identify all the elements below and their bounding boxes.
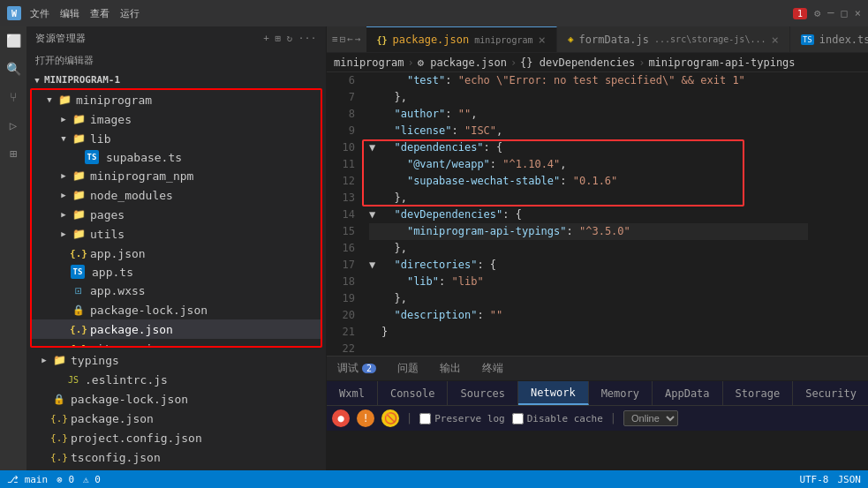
- tab-index-ts[interactable]: TS index.ts ...\index ×: [790, 26, 868, 52]
- tree-item-eslint[interactable]: ▶ JS .eslintrc.js: [26, 370, 326, 389]
- activity-explorer[interactable]: ⬜: [3, 30, 24, 51]
- panel-tab-debug[interactable]: 调试 2: [327, 357, 387, 380]
- project-root[interactable]: ▼ MINIPROGRAM-1: [26, 72, 326, 87]
- preserve-log-group: Preserve log: [419, 413, 504, 424]
- toolbar-sep: |: [406, 412, 412, 424]
- tree-item-sitemap[interactable]: ▶ {.} sitemap.json: [32, 339, 321, 348]
- node-modules-label: node_modules: [90, 189, 173, 202]
- tree-item-tsconfig[interactable]: ▶ {.} tsconfig.json: [26, 447, 326, 467]
- tab-nav-next[interactable]: →: [355, 34, 361, 45]
- tree-item-app-ts[interactable]: ▶ TS app.ts: [32, 263, 321, 281]
- eslint-label: .eslintrc.js: [85, 373, 168, 387]
- open-editors-section[interactable]: 打开的编辑器: [26, 50, 326, 71]
- code-content[interactable]: "test": "echo \"Error: no test specified…: [362, 72, 815, 356]
- status-bar: ⎇ main ⊗ 0 ⚠ 0 UTF-8 JSON: [0, 470, 868, 488]
- tree-item-app-json[interactable]: ▶ {.} app.json: [32, 244, 321, 263]
- code-line-11: "@vant/weapp": "^1.10.4",: [369, 156, 808, 173]
- formdata-tab-close[interactable]: ×: [771, 33, 778, 47]
- code-line-18: "lib": "lib": [369, 274, 808, 290]
- tree-item-pkg2[interactable]: ▶ {.} package.json: [26, 409, 326, 428]
- tree-item-supabase[interactable]: ▶ TS supabase.ts: [32, 148, 321, 166]
- git-branch[interactable]: ⎇ main: [7, 474, 48, 485]
- devtools-tab-appdata[interactable]: AppData: [653, 381, 723, 405]
- errors-value: 0: [68, 474, 74, 485]
- devtools-tab-memory[interactable]: Memory: [589, 381, 653, 405]
- breadcrumb-dev-deps[interactable]: {} devDependencies: [520, 56, 635, 69]
- tree-item-typings[interactable]: ▶ 📁 typings: [26, 350, 326, 370]
- tree-item-app-wxss[interactable]: ▶ ⊡ app.wxss: [32, 281, 321, 300]
- tree-item-utils[interactable]: ▶ 📁 utils: [32, 224, 321, 244]
- preserve-log-checkbox[interactable]: [419, 413, 431, 424]
- images-label: images: [90, 113, 132, 126]
- breadcrumb-sep1: ›: [407, 56, 413, 69]
- breadcrumb-miniprogram[interactable]: miniprogram: [334, 56, 404, 69]
- console-label: Console: [390, 387, 435, 400]
- tab-nav-prev[interactable]: ←: [347, 34, 353, 45]
- storage-label: Storage: [736, 387, 781, 400]
- minimize-btn[interactable]: ─: [827, 7, 834, 19]
- menu-run[interactable]: 运行: [117, 5, 143, 22]
- devtools-tab-security[interactable]: Security: [793, 381, 868, 405]
- panel-tab-output[interactable]: 输出: [429, 357, 472, 380]
- code-line-6: "test": "echo \"Error: no test specified…: [369, 72, 808, 89]
- menu-edit[interactable]: 编辑: [57, 5, 83, 22]
- activity-debug[interactable]: ▷: [3, 115, 24, 136]
- disable-cache-checkbox[interactable]: [512, 413, 524, 424]
- minimap: [815, 72, 868, 356]
- activity-git[interactable]: ⑂: [3, 86, 24, 108]
- code-editor: 6 7 8 9 10 11 12 13 14 15 16 17 18 19 20…: [327, 72, 868, 356]
- devtools-tab-console[interactable]: Console: [378, 381, 449, 405]
- tree-item-lib[interactable]: ▼ 📁 lib: [32, 129, 321, 148]
- warning-count[interactable]: ⚠ 0: [83, 474, 101, 485]
- refresh-icon[interactable]: ↻: [287, 33, 293, 44]
- breadcrumb-package-json[interactable]: ⚙ package.json: [418, 56, 507, 69]
- tree-item-images[interactable]: ▶ 📁 images: [32, 109, 321, 129]
- panel-tab-problems[interactable]: 问题: [387, 357, 429, 380]
- clear-btn[interactable]: 🚫: [381, 409, 399, 427]
- supabase-label: supabase.ts: [106, 151, 182, 164]
- online-select[interactable]: Online: [623, 410, 678, 426]
- devtools-tab-wxml[interactable]: Wxml: [327, 381, 378, 405]
- tab-nav-back[interactable]: ≡: [332, 34, 338, 45]
- warning-btn[interactable]: !: [357, 409, 374, 427]
- package-json-tab-close[interactable]: ×: [538, 33, 545, 47]
- tree-item-pkg-lock[interactable]: ▶ 🔒 package-lock.json: [32, 300, 321, 319]
- tab-formdata[interactable]: ◈ formData.js ...src\storage-js\... ×: [557, 26, 790, 52]
- menu-view[interactable]: 查看: [87, 5, 113, 22]
- activity-extensions[interactable]: ⊞: [3, 143, 24, 164]
- package-json-tab-label: package.json: [393, 34, 470, 46]
- devtools-tab-sources[interactable]: Sources: [448, 381, 518, 405]
- eslint-icon: JS: [65, 372, 81, 387]
- formdata-tab-subtitle: ...src\storage-js\...: [654, 34, 766, 44]
- breadcrumb-sep2: ›: [510, 56, 517, 69]
- npm-label: miniprogram_npm: [90, 169, 193, 183]
- tab-nav-bookmark[interactable]: ⊟: [340, 34, 346, 45]
- tree-item-miniprogram[interactable]: ▼ 📁 miniprogram: [32, 90, 321, 109]
- breadcrumb-api-typings[interactable]: miniprogram-api-typings: [648, 56, 795, 69]
- warnings-value: 0: [94, 474, 101, 485]
- menu-file[interactable]: 文件: [26, 5, 53, 22]
- devtools-tab-storage[interactable]: Storage: [723, 381, 794, 405]
- tree-item-pkglock2[interactable]: ▶ 🔒 package-lock.json: [26, 389, 326, 409]
- settings-icon[interactable]: ⚙: [814, 7, 820, 19]
- close-btn[interactable]: ×: [855, 7, 861, 19]
- tab-package-json[interactable]: {} package.json miniprogram ×: [366, 26, 557, 52]
- tree-item-package-json[interactable]: ▶ {.} package.json: [32, 319, 321, 339]
- new-folder-icon[interactable]: ⊞: [275, 33, 281, 44]
- new-file-icon[interactable]: +: [263, 33, 269, 44]
- code-line-19: },: [369, 290, 808, 307]
- collapse-icon[interactable]: ···: [298, 33, 317, 44]
- tree-item-npm[interactable]: ▶ 📁 miniprogram_npm: [32, 166, 321, 185]
- miniprogram-label: miniprogram: [76, 94, 152, 107]
- app-json-icon: {.}: [71, 245, 87, 261]
- activity-search[interactable]: 🔍: [3, 58, 24, 79]
- tree-item-node-modules[interactable]: ▶ 📁 node_modules: [32, 185, 321, 205]
- stop-recording-btn[interactable]: ●: [332, 409, 350, 427]
- tsconfig-label: tsconfig.json: [71, 451, 161, 464]
- maximize-btn[interactable]: □: [842, 7, 848, 19]
- panel-tab-terminal[interactable]: 终端: [472, 357, 514, 380]
- error-count[interactable]: ⊗ 0: [57, 474, 74, 485]
- tree-item-pages[interactable]: ▶ 📁 pages: [32, 205, 321, 224]
- tree-item-project-config[interactable]: ▶ {.} project.config.json: [26, 428, 326, 447]
- devtools-tab-network[interactable]: Network: [518, 381, 589, 405]
